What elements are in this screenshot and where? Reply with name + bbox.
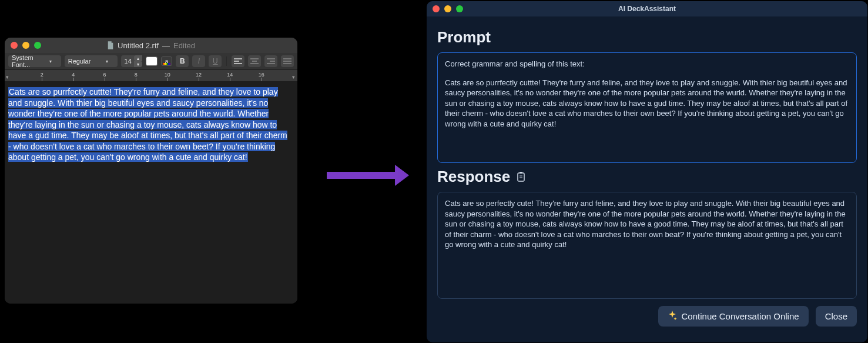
document-filename: Untitled 2.rtf	[118, 41, 159, 50]
align-left-button[interactable]	[232, 55, 244, 67]
ruler-number: 12	[196, 72, 202, 78]
window-controls	[11, 42, 41, 49]
ruler-tick	[262, 78, 262, 81]
font-family-select[interactable]: System Font... ▾	[8, 55, 61, 67]
window-controls	[433, 5, 463, 12]
bold-button[interactable]: B	[176, 55, 189, 67]
ruler-tick	[199, 78, 199, 81]
ai-deckassistant-window: AI DeckAssistant Prompt Correct grammar …	[427, 1, 867, 342]
arrow-icon	[327, 165, 409, 186]
svg-rect-13	[520, 172, 522, 174]
zoom-window-button[interactable]	[456, 5, 463, 12]
prompt-heading: Prompt	[437, 28, 857, 46]
selected-text[interactable]: Cats are so purrfectly cuttte! They're f…	[8, 87, 287, 162]
minimize-window-button[interactable]	[444, 5, 451, 12]
ruler-number: 8	[135, 72, 138, 78]
right-indent-marker-icon[interactable]: ▾	[292, 74, 295, 80]
ruler-number: 4	[72, 72, 75, 78]
prompt-panel[interactable]: Correct grammar and spelling of this tex…	[437, 52, 857, 163]
chevron-down-icon: ▾	[103, 59, 108, 64]
titlebar: Untitled 2.rtf — Edited	[5, 38, 297, 53]
window-title: AI DeckAssistant	[618, 5, 676, 13]
sparkle-icon	[668, 311, 677, 322]
ruler-tick	[42, 78, 42, 81]
close-window-button[interactable]	[433, 5, 440, 12]
ruler-tick	[105, 78, 105, 81]
response-heading-text: Response	[437, 168, 510, 186]
align-center-button[interactable]	[248, 55, 261, 67]
highlight-color-swatch[interactable]: a	[161, 56, 173, 66]
underline-button[interactable]: U	[209, 55, 222, 67]
ai-content: Prompt Correct grammar and spelling of t…	[427, 16, 867, 342]
format-toolbar: System Font... ▾ Regular ▾ 14 ▴ ▾ a B I …	[5, 53, 297, 70]
ruler-tick	[167, 78, 168, 81]
textedit-window: Untitled 2.rtf — Edited System Font... ▾…	[5, 38, 297, 304]
font-size-decrease-button[interactable]: ▾	[134, 61, 142, 67]
response-panel[interactable]: Cats are so perfectly cute! They're furr…	[437, 192, 857, 299]
ruler-tick	[73, 78, 74, 81]
titlebar-dash: —	[162, 41, 170, 50]
italic-glyph: I	[198, 57, 200, 65]
prompt-body-text: Cats are so purrfectly cuttte! They're f…	[445, 78, 849, 129]
font-size-stepper: 14 ▴ ▾	[121, 55, 142, 67]
close-button-label: Close	[825, 311, 847, 321]
response-body-text: Cats are so perfectly cute! They're furr…	[445, 198, 849, 250]
ruler-number: 2	[41, 72, 43, 78]
font-weight-select[interactable]: Regular ▾	[65, 55, 118, 67]
text-color-swatch[interactable]	[146, 56, 157, 66]
ruler-number: 14	[227, 72, 233, 78]
footer-actions: Continue Conversation Online Close	[437, 306, 857, 327]
font-weight-value: Regular	[68, 58, 91, 65]
ruler[interactable]: ▾ ▾ 246810121416	[5, 70, 297, 82]
italic-button[interactable]: I	[192, 55, 205, 67]
window-title: Untitled 2.rtf — Edited	[107, 41, 195, 50]
prompt-heading-text: Prompt	[437, 28, 491, 46]
font-size-increase-button[interactable]: ▴	[134, 55, 142, 61]
ruler-number: 10	[165, 72, 170, 78]
ruler-number: 16	[259, 72, 264, 78]
align-right-button[interactable]	[264, 55, 277, 67]
ruler-number: 6	[103, 72, 106, 78]
zoom-window-button[interactable]	[34, 42, 41, 49]
font-family-value: System Font...	[12, 54, 47, 68]
titlebar: AI DeckAssistant	[427, 1, 867, 16]
close-button[interactable]: Close	[816, 306, 857, 327]
continue-conversation-button[interactable]: Continue Conversation Online	[658, 306, 809, 327]
copy-response-button[interactable]	[516, 168, 525, 186]
align-justify-button[interactable]	[281, 55, 294, 67]
prompt-instruction: Correct grammar and spelling of this tex…	[445, 59, 849, 69]
toolbar-separator	[226, 56, 227, 66]
underline-glyph: U	[213, 57, 218, 65]
left-indent-marker-icon[interactable]: ▾	[6, 74, 9, 80]
svg-rect-12	[518, 173, 524, 181]
document-body[interactable]: Cats are so purrfectly cuttte! They're f…	[5, 82, 297, 304]
font-size-value[interactable]: 14	[121, 58, 134, 65]
minimize-window-button[interactable]	[22, 42, 29, 49]
response-heading: Response	[437, 168, 857, 186]
chevron-down-icon: ▾	[47, 59, 52, 64]
ruler-tick	[136, 78, 136, 81]
document-icon	[107, 41, 114, 49]
bold-glyph: B	[180, 57, 185, 65]
close-window-button[interactable]	[11, 42, 18, 49]
document-status: Edited	[173, 41, 195, 50]
ruler-tick	[230, 78, 230, 81]
continue-button-label: Continue Conversation Online	[682, 311, 799, 321]
